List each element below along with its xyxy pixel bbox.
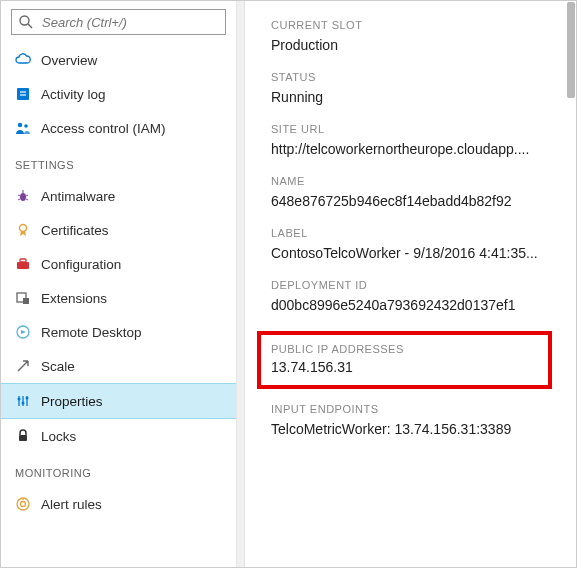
sidebar-item-antimalware[interactable]: Antimalware — [1, 179, 236, 213]
field-value: d00bc8996e5240a793692432d0137ef1 — [271, 297, 551, 313]
svg-point-7 — [20, 193, 26, 201]
sidebar-item-locks[interactable]: Locks — [1, 419, 236, 453]
sidebar-item-label: Locks — [41, 429, 76, 444]
svg-point-22 — [18, 398, 21, 401]
sidebar-item-label: Extensions — [41, 291, 107, 306]
sidebar-item-extensions[interactable]: Extensions — [1, 281, 236, 315]
sidebar-item-properties[interactable]: Properties — [1, 383, 236, 419]
search-input[interactable] — [40, 14, 219, 31]
sidebar-section-settings: Settings — [1, 145, 236, 179]
svg-rect-2 — [17, 88, 29, 100]
field-label-field: Label ContosoTelcoWorker - 9/18/2016 4:4… — [271, 227, 558, 261]
sidebar-item-access-control[interactable]: Access control (IAM) — [1, 111, 236, 145]
field-label: Public IP addresses — [271, 343, 538, 355]
field-deployment-id: Deployment ID d00bc8996e5240a793692432d0… — [271, 279, 558, 313]
sidebar-item-label: Access control (IAM) — [41, 121, 166, 136]
svg-rect-25 — [19, 435, 27, 441]
sidebar-item-label: Configuration — [41, 257, 121, 272]
field-label: Label — [271, 227, 558, 239]
sidebar-item-scale[interactable]: Scale — [1, 349, 236, 383]
field-site-url: Site URL http://telcoworkernortheurope.c… — [271, 123, 558, 157]
scale-icon — [15, 358, 31, 374]
svg-line-12 — [26, 199, 28, 200]
svg-rect-15 — [20, 259, 26, 262]
toolbox-icon — [15, 256, 31, 272]
field-label: Input endpoints — [271, 403, 558, 415]
field-value: 13.74.156.31 — [271, 359, 538, 375]
svg-rect-17 — [23, 298, 29, 304]
svg-rect-14 — [17, 262, 29, 269]
bug-icon — [15, 188, 31, 204]
certificate-icon — [15, 222, 31, 238]
sidebar-item-alert-rules[interactable]: Alert rules — [1, 487, 236, 521]
field-value: Production — [271, 37, 551, 53]
field-label: Status — [271, 71, 558, 83]
field-value: Running — [271, 89, 551, 105]
field-value: 648e876725b946ec8f14ebadd4b82f92 — [271, 193, 551, 209]
field-label: Current slot — [271, 19, 558, 31]
cloud-icon — [15, 52, 31, 68]
sidebar-item-activity-log[interactable]: Activity log — [1, 77, 236, 111]
sidebar-item-remote-desktop[interactable]: Remote Desktop — [1, 315, 236, 349]
sidebar-item-label: Scale — [41, 359, 75, 374]
field-label: Name — [271, 175, 558, 187]
field-value: ContosoTelcoWorker - 9/18/2016 4:41:35..… — [271, 245, 551, 261]
field-current-slot: Current slot Production — [271, 19, 558, 53]
sidebar-item-label: Remote Desktop — [41, 325, 142, 340]
field-name: Name 648e876725b946ec8f14ebadd4b82f92 — [271, 175, 558, 209]
sidebar-item-certificates[interactable]: Certificates — [1, 213, 236, 247]
svg-point-27 — [21, 502, 26, 507]
pane-splitter[interactable] — [237, 1, 245, 567]
sidebar-item-label: Certificates — [41, 223, 109, 238]
remote-desktop-icon — [15, 324, 31, 340]
alert-icon — [15, 496, 31, 512]
svg-point-0 — [20, 16, 29, 25]
search-box[interactable] — [11, 9, 226, 35]
field-input-endpoints: Input endpoints TelcoMetricWorker: 13.74… — [271, 403, 558, 437]
highlight-box: Public IP addresses 13.74.156.31 — [257, 331, 552, 389]
field-value: http://telcoworkernortheurope.cloudapp..… — [271, 141, 551, 157]
sidebar-item-label: Activity log — [41, 87, 106, 102]
extensions-icon — [15, 290, 31, 306]
field-public-ip: Public IP addresses 13.74.156.31 — [271, 343, 538, 375]
svg-point-24 — [26, 397, 29, 400]
svg-line-1 — [28, 24, 32, 28]
field-value: TelcoMetricWorker: 13.74.156.31:3389 — [271, 421, 551, 437]
svg-line-10 — [26, 195, 28, 196]
svg-point-13 — [20, 225, 27, 232]
lock-icon — [15, 428, 31, 444]
field-label: Site URL — [271, 123, 558, 135]
sidebar: Overview Activity log Access control (IA… — [1, 1, 237, 567]
svg-line-11 — [18, 199, 20, 200]
sidebar-item-label: Overview — [41, 53, 97, 68]
scrollbar-thumb[interactable] — [567, 2, 575, 98]
svg-point-5 — [18, 123, 22, 127]
people-icon — [15, 120, 31, 136]
sidebar-item-label: Properties — [41, 394, 103, 409]
search-icon — [18, 14, 34, 30]
detail-pane: Current slot Production Status Running S… — [245, 1, 576, 567]
svg-point-23 — [22, 402, 25, 405]
activity-log-icon — [15, 86, 31, 102]
field-label: Deployment ID — [271, 279, 558, 291]
sidebar-item-configuration[interactable]: Configuration — [1, 247, 236, 281]
svg-line-9 — [18, 195, 20, 196]
sidebar-item-label: Alert rules — [41, 497, 102, 512]
svg-point-6 — [24, 124, 28, 128]
field-status: Status Running — [271, 71, 558, 105]
sidebar-item-overview[interactable]: Overview — [1, 43, 236, 77]
sidebar-item-label: Antimalware — [41, 189, 115, 204]
properties-icon — [15, 393, 31, 409]
sidebar-section-monitoring: Monitoring — [1, 453, 236, 487]
